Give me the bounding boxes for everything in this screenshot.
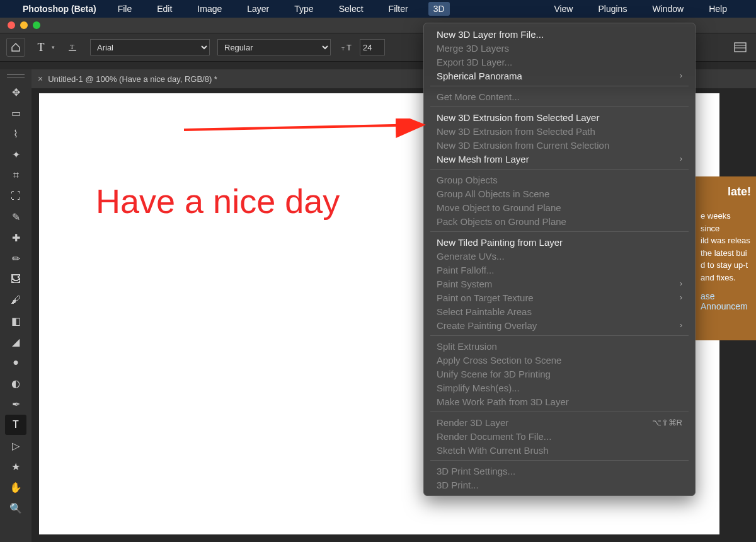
app-name: Photoshop (Beta) bbox=[23, 4, 96, 14]
frame-tool[interactable]: ⛶ bbox=[5, 186, 26, 206]
menu-help[interactable]: Help bbox=[704, 2, 732, 16]
panel-icon[interactable] bbox=[731, 38, 750, 57]
menu-image[interactable]: Image bbox=[192, 2, 227, 16]
crop-tool[interactable]: ⌗ bbox=[5, 165, 26, 185]
menu-item-label: Pack Objects on Ground Plane bbox=[437, 216, 566, 227]
menu-item-group-objects: Group Objects bbox=[424, 173, 695, 187]
menu-filter[interactable]: Filter bbox=[384, 2, 413, 16]
menu-item-label: Move Object to Ground Plane bbox=[437, 202, 561, 213]
menu-item-get-more-content: Get More Content... bbox=[424, 89, 695, 103]
menu-item-sketch-with-current-brush: Sketch With Current Brush bbox=[424, 443, 695, 457]
font-size-icon: TT bbox=[340, 39, 356, 55]
lasso-tool[interactable]: ⌇ bbox=[5, 124, 26, 144]
zoom-tool[interactable]: 🔍 bbox=[5, 498, 26, 518]
menu-file[interactable]: File bbox=[113, 2, 137, 16]
menu-window[interactable]: Window bbox=[647, 2, 689, 16]
menu-item-label: Render 3D Layer bbox=[437, 417, 508, 428]
menu-item-new-mesh-from-layer[interactable]: New Mesh from Layer› bbox=[424, 152, 695, 166]
svg-text:T: T bbox=[341, 46, 345, 52]
minimize-window-button[interactable] bbox=[20, 21, 28, 29]
svg-rect-4 bbox=[735, 43, 746, 52]
type-tool-icon: T bbox=[33, 39, 49, 55]
menu-plugins[interactable]: Plugins bbox=[593, 2, 632, 16]
menu-item-label: Apply Cross Section to Scene bbox=[437, 355, 561, 366]
menu-item-paint-on-target-texture: Paint on Target Texture› bbox=[424, 291, 695, 304]
document-tab[interactable]: × Untitled-1 @ 100% (Have a nice day, RG… bbox=[32, 69, 224, 88]
menu-item-label: Render Document To File... bbox=[437, 431, 551, 442]
menu-item-new-3d-layer-from-file[interactable]: New 3D Layer from File... bbox=[424, 27, 695, 41]
menu-item-label: Paint System bbox=[437, 279, 492, 289]
move-tool[interactable]: ✥ bbox=[5, 82, 26, 102]
canvas-text-layer[interactable]: Have a nice day bbox=[96, 182, 340, 221]
home-button[interactable] bbox=[6, 38, 25, 57]
update-notice-panel: late! e weeks sinceild was releasthe lat… bbox=[696, 176, 756, 340]
font-family-select[interactable]: Arial bbox=[90, 39, 210, 55]
menu-item-label: Generate UVs... bbox=[437, 251, 505, 262]
document-tab-title: Untitled-1 @ 100% (Have a nice day, RGB/… bbox=[48, 74, 217, 84]
close-tab-icon[interactable]: × bbox=[38, 74, 43, 84]
menu-item-paint-falloff: Paint Falloff... bbox=[424, 263, 695, 277]
menu-item-new-3d-extrusion-from-selected-path: New 3D Extrusion from Selected Path bbox=[424, 124, 695, 138]
zoom-window-button[interactable] bbox=[33, 21, 40, 29]
menu-item-3d-print-settings: 3D Print Settings... bbox=[424, 464, 695, 478]
menu-item-label: New 3D Extrusion from Current Selection bbox=[437, 140, 609, 151]
menu-select[interactable]: Select bbox=[334, 2, 369, 16]
submenu-chevron-icon: › bbox=[680, 293, 682, 302]
menu-item-paint-system: Paint System› bbox=[424, 277, 695, 291]
menu-3d-dropdown: New 3D Layer from File...Merge 3D Layers… bbox=[423, 23, 696, 496]
menu-item-new-tiled-painting-from-layer[interactable]: New Tiled Painting from Layer bbox=[424, 235, 695, 249]
menu-view[interactable]: View bbox=[549, 2, 578, 16]
menu-3d[interactable]: 3D bbox=[428, 2, 450, 16]
menu-item-label: Get More Content... bbox=[437, 91, 520, 102]
pencil-tool[interactable]: ✏ bbox=[5, 248, 26, 268]
menu-item-new-3d-extrusion-from-selected-layer[interactable]: New 3D Extrusion from Selected Layer bbox=[424, 110, 695, 124]
update-body: e weeks sinceild was releasthe latest bu… bbox=[701, 210, 751, 284]
menu-item-group-all-objects-in-scene: Group All Objects in Scene bbox=[424, 187, 695, 200]
path-select-tool[interactable]: ▷ bbox=[5, 435, 26, 456]
menu-item-label: New 3D Extrusion from Selected Layer bbox=[437, 112, 599, 123]
font-size-field[interactable]: 24 bbox=[360, 39, 385, 55]
menu-item-render-3d-layer: Render 3D Layer⌥⇧⌘R bbox=[424, 415, 695, 429]
menu-item-merge-3d-layers: Merge 3D Layers bbox=[424, 41, 695, 55]
submenu-chevron-icon: › bbox=[680, 71, 682, 80]
menu-edit[interactable]: Edit bbox=[152, 2, 177, 16]
hand-tool[interactable]: ✋ bbox=[5, 477, 26, 497]
submenu-chevron-icon: › bbox=[680, 154, 682, 163]
close-window-button[interactable] bbox=[8, 21, 15, 29]
marquee-tool[interactable]: ▭ bbox=[5, 103, 26, 123]
shape-tool[interactable]: ★ bbox=[5, 456, 26, 476]
gradient-tool[interactable]: ◢ bbox=[5, 332, 26, 352]
font-style-select[interactable]: Regular bbox=[217, 39, 331, 55]
menu-shortcut: ⌥⇧⌘R bbox=[652, 418, 682, 427]
menu-item-label: Merge 3D Layers bbox=[437, 43, 509, 54]
menu-item-label: Unify Scene for 3D Printing bbox=[437, 369, 551, 379]
svg-text:T: T bbox=[346, 43, 352, 52]
pen-tool[interactable]: ✒ bbox=[5, 394, 26, 414]
brush-tool[interactable]: 🖌 bbox=[5, 290, 26, 310]
stamp-tool[interactable]: ⛾ bbox=[5, 269, 26, 289]
tool-preset-caret-icon[interactable]: ▾ bbox=[52, 44, 55, 50]
macos-menubar: Photoshop (Beta) FileEditImageLayerTypeS… bbox=[0, 0, 756, 18]
menu-item-simplify-mesh-es: Simplify Mesh(es)... bbox=[424, 381, 695, 395]
menu-item-apply-cross-section-to-scene: Apply Cross Section to Scene bbox=[424, 353, 695, 367]
menu-layer[interactable]: Layer bbox=[242, 2, 274, 16]
menu-item-label: Paint Falloff... bbox=[437, 265, 494, 275]
menu-item-spherical-panorama[interactable]: Spherical Panorama› bbox=[424, 69, 695, 83]
svg-text:T: T bbox=[70, 43, 74, 50]
menu-item-label: Spherical Panorama bbox=[437, 71, 522, 81]
menu-item-label: Paint on Target Texture bbox=[437, 292, 534, 303]
menu-item-export-3d-layer: Export 3D Layer... bbox=[424, 55, 695, 69]
dodge-tool[interactable]: ◐ bbox=[5, 373, 26, 393]
text-orientation-button[interactable]: T bbox=[64, 38, 81, 56]
release-announcement-link[interactable]: ase Announcem bbox=[701, 291, 751, 311]
eyedropper-tool[interactable]: ✎ bbox=[5, 207, 26, 227]
menu-item-label: Simplify Mesh(es)... bbox=[437, 383, 520, 393]
eraser-tool[interactable]: ◧ bbox=[5, 311, 26, 331]
menu-type[interactable]: Type bbox=[289, 2, 318, 16]
menu-item-label: Sketch With Current Brush bbox=[437, 445, 549, 456]
magic-wand-tool[interactable]: ✦ bbox=[5, 144, 26, 164]
type-tool[interactable]: T bbox=[5, 415, 26, 435]
panel-grip-icon[interactable] bbox=[7, 74, 25, 78]
blur-tool[interactable]: ● bbox=[5, 352, 26, 372]
healing-tool[interactable]: ✚ bbox=[5, 228, 26, 248]
